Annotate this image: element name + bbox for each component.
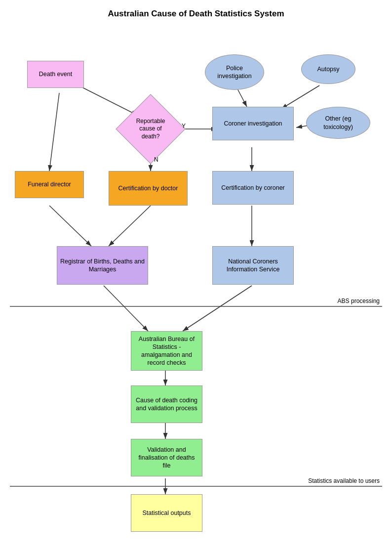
autopsy-node: Autopsy <box>301 54 355 84</box>
cert-coroner-node: Certification by coroner <box>212 171 294 205</box>
abs-processing-label: ABS processing <box>338 298 380 304</box>
svg-line-10 <box>109 206 151 246</box>
ncis-node: National Coroners Information Service <box>212 246 294 285</box>
reportable-label: Reportable cause of death? <box>126 104 175 154</box>
svg-line-2 <box>49 93 59 171</box>
svg-line-13 <box>183 286 252 331</box>
svg-line-6 <box>281 85 319 109</box>
registrar-node: Registrar of Births, Deaths and Marriage… <box>57 246 148 285</box>
police-investigation-node: Police investigation <box>205 54 264 90</box>
abs-node: Australian Bureau of Statistics - amalga… <box>131 331 202 371</box>
n-label: N <box>154 156 158 163</box>
other-tox-node: Other (eg toxicology) <box>306 107 370 139</box>
svg-line-9 <box>49 206 91 246</box>
statistical-outputs-node: Statistical outputs <box>131 494 202 532</box>
death-event-node: Death event <box>27 61 84 88</box>
reportable-diamond: Reportable cause of death? <box>126 104 175 154</box>
coding-node: Cause of death coding and validation pro… <box>131 385 202 423</box>
stats-available-label: Statistics available to users <box>308 477 380 484</box>
svg-line-12 <box>104 286 148 331</box>
svg-line-5 <box>237 88 247 107</box>
page-title: Australian Cause of Death Statistics Sys… <box>0 0 392 24</box>
coroner-investigation-node: Coroner investigation <box>212 107 294 140</box>
validation-node: Validation and finalisation of deaths fi… <box>131 439 202 476</box>
cert-doctor-node: Certification by doctor <box>109 171 188 206</box>
y-label: Y <box>182 123 186 129</box>
funeral-director-node: Funeral director <box>15 171 84 198</box>
